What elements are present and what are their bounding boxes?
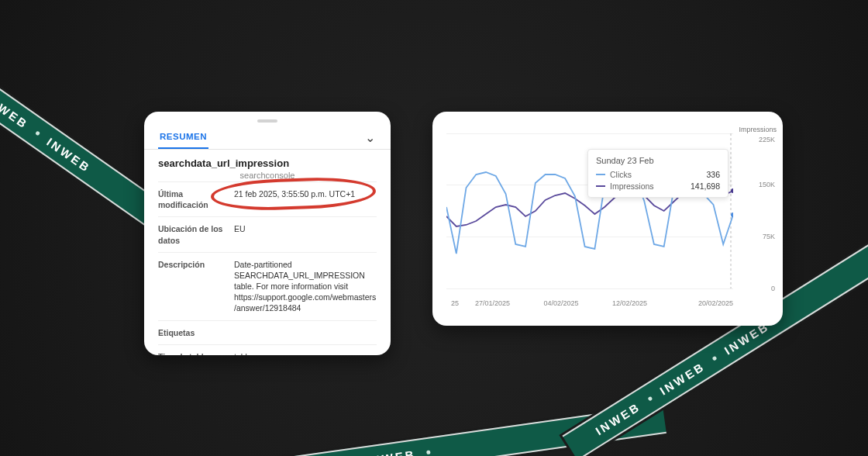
tooltip-row-clicks: Clicks 336 xyxy=(596,170,720,179)
info-row-labels: Etiquetas xyxy=(158,320,377,344)
x-axis: 25 27/01/2025 04/02/2025 12/02/2025 20/0… xyxy=(446,299,733,307)
info-row-last-modified: Última modificación 21 feb 2025, 3:55:50… xyxy=(158,181,377,216)
x-tick: 20/02/2025 xyxy=(698,299,733,307)
tooltip-value: 336 xyxy=(706,170,720,179)
info-value: Date-partitioned SEARCHDATA_URL_IMPRESSI… xyxy=(234,259,377,314)
info-row-location: Ubicación de los datos EU xyxy=(158,216,377,251)
info-row-table-type: Tipo de tabla table xyxy=(158,344,377,355)
info-label: Última modificación xyxy=(158,188,234,210)
dataset-name: searchconsole xyxy=(144,171,391,181)
stage: INWEBINWEBINWEB INWEBINWEB INWEBINWEBINW… xyxy=(0,0,868,456)
info-label: Descripción xyxy=(158,259,234,314)
x-tick: 25 xyxy=(451,299,459,307)
tooltip-title: Sunday 23 Feb xyxy=(596,156,720,165)
legend-swatch-clicks-icon xyxy=(596,174,605,175)
x-tick: 27/01/2025 xyxy=(475,299,510,307)
y-tick: 0 xyxy=(771,285,775,292)
info-rows: Última modificación 21 feb 2025, 3:55:50… xyxy=(144,181,391,355)
x-tick: 04/02/2025 xyxy=(543,299,578,307)
tab-bar: RESUMEN ⌄ xyxy=(144,127,391,150)
tooltip-label: Impressions xyxy=(610,181,654,191)
info-row-description: Descripción Date-partitioned SEARCHDATA_… xyxy=(158,252,377,320)
info-value: EU xyxy=(234,223,377,245)
y-tick: 75K xyxy=(763,233,775,240)
performance-chart-card: Impressions 225K 150K 75K 0 xyxy=(432,112,783,326)
expand-toggle-button[interactable]: ⌄ xyxy=(362,129,378,147)
info-value xyxy=(234,327,377,338)
tooltip-value: 141,698 xyxy=(691,181,720,191)
tooltip-row-impressions: Impressions 141,698 xyxy=(596,181,720,191)
table-name: searchdata_url_impression xyxy=(144,150,391,171)
tab-resumen[interactable]: RESUMEN xyxy=(158,127,208,149)
chart-tooltip: Sunday 23 Feb Clicks 336 Impressions 141… xyxy=(587,149,728,198)
chevron-down-icon: ⌄ xyxy=(365,131,375,144)
info-label: Tipo de tabla xyxy=(158,351,234,355)
info-value: 21 feb 2025, 3:55:50 p.m. UTC+1 xyxy=(234,188,377,210)
tooltip-label: Clicks xyxy=(610,170,632,179)
legend-swatch-impressions-icon xyxy=(596,185,605,187)
drag-handle-icon[interactable] xyxy=(257,119,277,123)
gridline xyxy=(446,288,733,289)
x-tick: 12/02/2025 xyxy=(612,299,647,307)
y-tick: 225K xyxy=(759,136,775,143)
y-axis-title: Impressions xyxy=(739,126,777,133)
info-label: Ubicación de los datos xyxy=(158,223,234,245)
info-label: Etiquetas xyxy=(158,327,234,338)
y-tick: 150K xyxy=(759,181,775,188)
info-value: table xyxy=(234,351,377,355)
table-info-panel: RESUMEN ⌄ searchdata_url_impression sear… xyxy=(144,112,391,355)
